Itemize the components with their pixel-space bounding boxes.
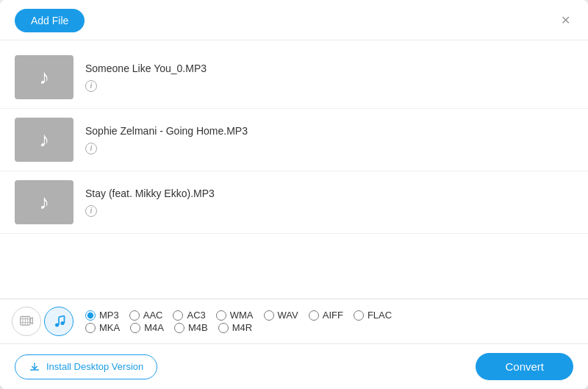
- format-label-m4r: M4R: [232, 322, 252, 333]
- format-radio-aac[interactable]: [129, 310, 140, 321]
- add-file-button[interactable]: Add File: [15, 9, 85, 32]
- file-thumbnail: ♪: [15, 118, 74, 162]
- music-note-icon: ♪: [39, 192, 49, 213]
- format-label-m4a: M4A: [144, 322, 164, 333]
- format-row-2: MKAM4AM4BM4R: [85, 322, 576, 333]
- format-label-mka: MKA: [99, 322, 120, 333]
- video-icon: [19, 314, 34, 329]
- format-label-aiff: AIFF: [323, 310, 343, 321]
- format-label-mp3: MP3: [99, 310, 119, 321]
- audio-icon: [51, 314, 66, 329]
- format-option-m4r[interactable]: M4R: [218, 322, 252, 333]
- format-label-flac: FLAC: [368, 310, 392, 321]
- info-icon[interactable]: i: [85, 205, 97, 217]
- file-info: Sophie Zelmani - Going Home.MP3 i: [85, 125, 573, 154]
- music-note-icon: ♪: [39, 67, 49, 88]
- format-option-m4a[interactable]: M4A: [130, 322, 164, 333]
- format-row-1: MP3AACAC3WMAWAVAIFFFLAC: [85, 310, 576, 321]
- format-radio-m4r[interactable]: [218, 323, 229, 333]
- file-item: ♪ Sophie Zelmani - Going Home.MP3 i: [0, 109, 588, 171]
- format-radio-mka[interactable]: [85, 323, 96, 333]
- video-format-tab[interactable]: [12, 307, 41, 336]
- format-type-tabs: [12, 307, 74, 336]
- file-name: Sophie Zelmani - Going Home.MP3: [85, 125, 573, 137]
- format-option-wma[interactable]: WMA: [216, 310, 254, 321]
- format-option-mp3[interactable]: MP3: [85, 310, 119, 321]
- file-info: Stay (feat. Mikky Ekko).MP3 i: [85, 188, 573, 217]
- file-thumbnail: ♪: [15, 180, 74, 224]
- format-option-aiff[interactable]: AIFF: [309, 310, 343, 321]
- music-note-icon: ♪: [39, 129, 49, 150]
- format-bar: MP3AACAC3WMAWAVAIFFFLAC MKAM4AM4BM4R: [0, 299, 588, 344]
- svg-line-11: [59, 316, 65, 318]
- bottom-panel: MP3AACAC3WMAWAVAIFFFLAC MKAM4AM4BM4R Ins…: [0, 299, 588, 389]
- format-radio-aiff[interactable]: [309, 310, 319, 321]
- format-option-wav[interactable]: WAV: [264, 310, 298, 321]
- format-label-ac3: AC3: [187, 310, 205, 321]
- format-label-wma: WMA: [230, 310, 254, 321]
- format-label-m4b: M4B: [188, 322, 208, 333]
- format-option-ac3[interactable]: AC3: [173, 310, 205, 321]
- convert-button[interactable]: Convert: [476, 353, 573, 380]
- info-icon[interactable]: i: [85, 143, 97, 154]
- format-radio-wma[interactable]: [216, 310, 226, 321]
- format-radio-wav[interactable]: [264, 310, 274, 321]
- format-option-flac[interactable]: FLAC: [354, 310, 392, 321]
- install-label: Install Desktop Version: [46, 361, 143, 372]
- file-name: Someone Like You_0.MP3: [85, 63, 573, 74]
- format-radio-m4b[interactable]: [174, 323, 184, 333]
- file-name: Stay (feat. Mikky Ekko).MP3: [85, 188, 573, 199]
- info-icon[interactable]: i: [85, 80, 97, 92]
- install-desktop-button[interactable]: Install Desktop Version: [15, 354, 157, 379]
- close-button[interactable]: ✕: [558, 12, 573, 29]
- format-radio-flac[interactable]: [354, 310, 364, 321]
- header: Add File ✕: [0, 0, 588, 40]
- format-label-wav: WAV: [278, 310, 298, 321]
- file-info: Someone Like You_0.MP3 i: [85, 63, 573, 92]
- format-radio-m4a[interactable]: [130, 323, 140, 333]
- format-option-aac[interactable]: AAC: [129, 310, 163, 321]
- action-bar: Install Desktop Version Convert: [0, 344, 588, 389]
- app-window: Add File ✕ ♪ Someone Like You_0.MP3 i ♪ …: [0, 0, 588, 389]
- format-label-aac: AAC: [143, 310, 163, 321]
- format-radio-mp3[interactable]: [85, 310, 96, 321]
- file-list: ♪ Someone Like You_0.MP3 i ♪ Sophie Zelm…: [0, 40, 588, 299]
- format-option-m4b[interactable]: M4B: [174, 322, 208, 333]
- format-radio-ac3[interactable]: [173, 310, 183, 321]
- format-option-mka[interactable]: MKA: [85, 322, 120, 333]
- format-options: MP3AACAC3WMAWAVAIFFFLAC MKAM4AM4BM4R: [85, 310, 576, 333]
- file-item: ♪ Someone Like You_0.MP3 i: [0, 46, 588, 109]
- file-thumbnail: ♪: [15, 55, 74, 99]
- file-item: ♪ Stay (feat. Mikky Ekko).MP3 i: [0, 171, 588, 234]
- audio-format-tab[interactable]: [44, 307, 74, 336]
- svg-marker-1: [30, 318, 32, 324]
- download-icon: [29, 361, 40, 373]
